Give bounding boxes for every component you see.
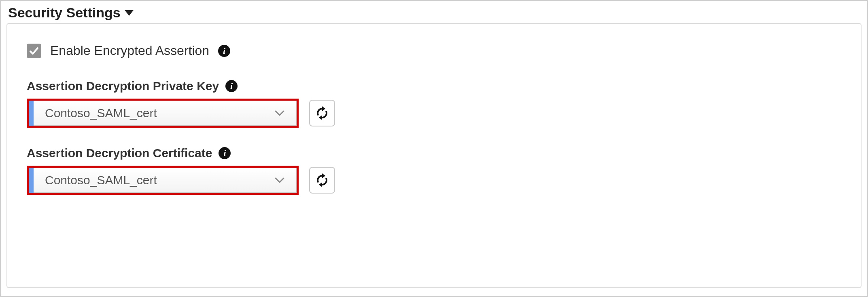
certificate-refresh-button[interactable] — [309, 167, 335, 194]
enable-encrypted-assertion-row: Enable Encrypted Assertion i — [27, 43, 841, 58]
svg-marker-2 — [319, 115, 322, 120]
private-key-label: Assertion Decryption Private Key — [27, 79, 219, 93]
certificate-label-row: Assertion Decryption Certificate i — [27, 146, 841, 160]
private-key-label-row: Assertion Decryption Private Key i — [27, 79, 841, 93]
certificate-select[interactable]: Contoso_SAML_cert — [27, 166, 299, 195]
enable-encrypted-assertion-label: Enable Encrypted Assertion — [50, 43, 209, 58]
caret-down-icon — [125, 10, 134, 16]
select-inner: Contoso_SAML_cert — [34, 168, 297, 193]
info-icon[interactable]: i — [218, 45, 230, 57]
certificate-label: Assertion Decryption Certificate — [27, 146, 212, 160]
certificate-input-row: Contoso_SAML_cert — [27, 166, 841, 195]
assertion-decryption-private-key-group: Assertion Decryption Private Key i Conto… — [27, 79, 841, 128]
chevron-down-icon — [274, 177, 285, 183]
certificate-select-value: Contoso_SAML_cert — [45, 173, 157, 187]
section-body: Enable Encrypted Assertion i Assertion D… — [6, 23, 862, 288]
info-icon[interactable]: i — [219, 147, 231, 159]
private-key-select-value: Contoso_SAML_cert — [45, 106, 157, 120]
private-key-refresh-button[interactable] — [309, 100, 335, 126]
chevron-down-icon — [274, 110, 285, 116]
svg-marker-0 — [125, 10, 134, 16]
section-header-security-settings[interactable]: Security Settings — [1, 1, 867, 23]
select-inner: Contoso_SAML_cert — [34, 101, 297, 126]
private-key-select[interactable]: Contoso_SAML_cert — [27, 99, 299, 128]
security-settings-panel: Security Settings Enable Encrypted Asser… — [0, 0, 868, 297]
assertion-decryption-certificate-group: Assertion Decryption Certificate i Conto… — [27, 146, 841, 195]
private-key-input-row: Contoso_SAML_cert — [27, 99, 841, 128]
svg-marker-1 — [322, 106, 325, 111]
svg-marker-4 — [319, 182, 322, 187]
info-icon[interactable]: i — [225, 80, 238, 92]
svg-marker-3 — [322, 173, 325, 178]
select-focus-edge — [29, 168, 34, 193]
select-focus-edge — [29, 101, 34, 126]
enable-encrypted-assertion-checkbox[interactable] — [27, 44, 41, 58]
section-title: Security Settings — [8, 5, 121, 21]
